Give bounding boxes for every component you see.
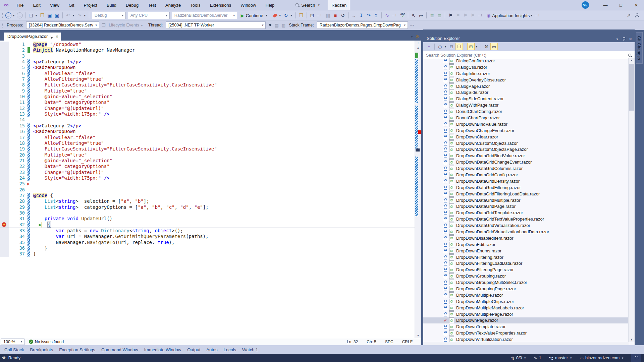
background-tasks-icon[interactable]: ⚒ [2, 356, 6, 360]
share-icon[interactable]: ↗ [627, 13, 631, 18]
menu-item-radzen[interactable]: Radzen [328, 0, 350, 11]
code-line-37[interactable]: 37} [0, 251, 415, 257]
avatar[interactable]: VE [582, 1, 589, 9]
chevron-down-icon[interactable]: ▼ [290, 14, 293, 17]
code-line-25[interactable]: 25 [0, 181, 415, 187]
file-item-dropdownclear-razor[interactable]: @DropDownClear.razor [423, 134, 629, 140]
code-line-3[interactable]: 3 [0, 53, 415, 59]
code-line-19[interactable]: 19 FilterCaseSensitivity="FilterCaseSens… [0, 146, 415, 152]
tool-tab-command-window[interactable]: Command Window [98, 345, 141, 354]
lifecycle-events-button[interactable]: Lifecycle Events ▼ [109, 23, 144, 27]
search-box[interactable]: Search ▼ [292, 0, 324, 10]
redo-icon[interactable]: ↷ [76, 12, 83, 19]
file-item-dialogpage-razor[interactable]: @DialogPage.razor [423, 83, 629, 89]
toolbar-overflow-icon[interactable]: –⋮ [478, 14, 484, 17]
nav-forward-icon[interactable]: → [17, 12, 23, 18]
breakpoint-margin[interactable] [0, 59, 9, 65]
clear-bookmarks-icon[interactable]: ⚑ [469, 12, 476, 19]
file-item-dropdowndatagridvirtualizationloaddata-razor[interactable]: @DropDownDataGridVirtualizationLoadData.… [423, 229, 629, 235]
continue-button[interactable]: ▶Continue▼ [239, 13, 271, 18]
menu-item-edit[interactable]: Edit [29, 0, 45, 10]
file-item-dropdowngrouping-razor[interactable]: @DropDownGrouping.razor [423, 273, 629, 279]
breakpoint-margin[interactable] [0, 210, 9, 216]
tab-dropdownpage-razor[interactable]: DropDownPage.razor ✕ [4, 33, 61, 41]
scroll-down-icon[interactable]: ▼ [415, 334, 421, 337]
breakpoint-margin[interactable] [0, 158, 9, 164]
application-insights-button[interactable]: ◉Application Insights▼ [485, 13, 534, 18]
configuration-combo[interactable]: Debug▼ [92, 12, 126, 19]
file-item-dropdowndatagridchangeevent-razor[interactable]: @DropDownDataGridChangeEvent.razor [423, 159, 629, 165]
save-all-icon[interactable]: ▣ [54, 12, 60, 19]
file-item-dropdowndatagridbindvalue-razor[interactable]: @DropDownDataGridBindValue.razor [423, 153, 629, 159]
file-item-dropdowncustomobjectspage-razor[interactable]: @DropDownCustomObjectsPage.razor [423, 146, 629, 153]
scrollbar-thumb[interactable] [629, 64, 634, 111]
thread-combo[interactable]: [25004] .NET TP Worker▼ [166, 21, 266, 29]
breakpoint-margin[interactable] [0, 245, 9, 251]
file-item-dialogsidecontent-razor[interactable]: @DialogSideContent.razor [423, 96, 629, 102]
file-item-dropdownmultiplemaxlabels-razor[interactable]: @DropDownMultipleMaxLabels.razor [423, 305, 629, 311]
menu-item-git[interactable]: Git [64, 0, 79, 10]
menu-item-project[interactable]: Project [79, 0, 102, 10]
file-item-dropdowngroupingpage-razor[interactable]: @DropDownGroupingPage.razor [423, 286, 629, 292]
step-over-icon[interactable]: ↷ [365, 12, 372, 19]
menu-item-analyze[interactable]: Analyze [161, 0, 185, 10]
spell-check-icon[interactable]: abc✓ [400, 13, 406, 18]
sync-with-active-document-icon[interactable]: ❐ [455, 43, 463, 50]
menu-item-tools[interactable]: Tools [185, 0, 205, 10]
tool-tab-exception-settings[interactable]: Exception Settings [56, 345, 98, 354]
breakpoint-margin[interactable] [0, 135, 9, 140]
solution-explorer-vertical-scrollbar[interactable]: ▲ ▼ [628, 58, 635, 342]
breakpoint-margin[interactable] [0, 53, 9, 59]
code-line-17[interactable]: 17 AllowClear="false" [0, 135, 415, 140]
tool-tab-output[interactable]: Output [184, 345, 203, 354]
code-line-10[interactable]: 10 @bind-Value="_selection" [0, 94, 415, 100]
close-button[interactable]: ✕ [629, 0, 644, 10]
menu-item-build[interactable]: Build [102, 0, 121, 10]
scroll-up-icon[interactable]: ▲ [629, 59, 635, 62]
show-all-files-icon[interactable]: ⊞ [467, 43, 475, 50]
breakpoint-margin[interactable] [0, 106, 9, 111]
code-line-1[interactable]: 1@page "/dropdown" [0, 42, 415, 47]
hot-reload-restart-icon[interactable]: ↻ [283, 12, 289, 19]
file-item-dropdowntextvalueproperties-razor[interactable]: @DropDownTextValueProperties.razor [423, 330, 629, 336]
solution-explorer-header[interactable]: Solution Explorer ▾ ✕ [423, 29, 635, 42]
menu-item-extensions[interactable]: Extensions [205, 0, 236, 10]
line-indicator[interactable]: Ln: 32 [347, 340, 358, 344]
file-item-dropdownmultiplechips-razor[interactable]: @DropDownMultipleChips.razor [423, 298, 629, 305]
stack-frame-combo[interactable]: RadzenBlazorDemos.Pages.DropDownPag▼ [317, 21, 408, 29]
code-line-14[interactable]: 14 [0, 117, 415, 123]
breakpoint-margin[interactable] [0, 111, 9, 117]
menu-item-view[interactable]: View [45, 0, 64, 10]
breakpoint-margin[interactable] [0, 187, 9, 193]
chevron-down-icon[interactable]: ▼ [72, 14, 75, 17]
window-position-icon[interactable]: ▾ [616, 37, 618, 41]
code-line-7[interactable]: 7 AllowFiltering="true" [0, 76, 415, 82]
breakpoint-margin[interactable] [0, 193, 9, 198]
file-item-dropdownedit-razor[interactable]: @DropDownEdit.razor [423, 241, 629, 248]
scroll-down-icon[interactable]: ▼ [629, 338, 635, 341]
breakpoint-margin[interactable] [0, 82, 9, 88]
breakpoint-margin[interactable] [0, 204, 9, 210]
code-line-4[interactable]: 4<p>Category 1</p> [0, 59, 415, 65]
toolbar-overflow-icon[interactable]: –⋮ [535, 14, 541, 17]
save-icon[interactable]: ▣ [46, 12, 53, 19]
file-item-donutchartpage-razor[interactable]: @DonutChartPage.razor [423, 115, 629, 121]
breakpoint-margin[interactable]: → [0, 222, 9, 228]
tool-tab-immediate-window[interactable]: Immediate Window [141, 345, 184, 354]
step-into-icon[interactable]: ↧ [358, 12, 365, 19]
stop-icon[interactable]: ■ [332, 12, 339, 19]
zoom-level-combo[interactable]: 100 %▼ [1, 339, 24, 345]
flag-icon[interactable]: ⚑ [268, 23, 272, 28]
breakpoint-margin[interactable] [0, 240, 9, 245]
pin-icon[interactable] [622, 37, 625, 41]
breakpoint-margin[interactable] [0, 216, 9, 222]
breakpoint-margin[interactable] [0, 198, 9, 204]
file-item-dropdowntemplate-razor[interactable]: @DropDownTemplate.razor [423, 323, 629, 330]
breakpoint-margin[interactable] [0, 47, 9, 53]
tool-tab-call-stack[interactable]: Call Stack [1, 345, 27, 354]
jump-to-brace-icon[interactable]: ↦ [418, 12, 424, 19]
show-next-statement-icon[interactable]: → [351, 12, 357, 19]
code-line-6[interactable]: 6 AllowClear="false" [0, 71, 415, 76]
code-line-15[interactable]: 15<p>Category 2</p> [0, 123, 415, 129]
file-item-dropdowndatagridfiltering-razor[interactable]: @DropDownDataGridFiltering.razor [423, 184, 629, 191]
